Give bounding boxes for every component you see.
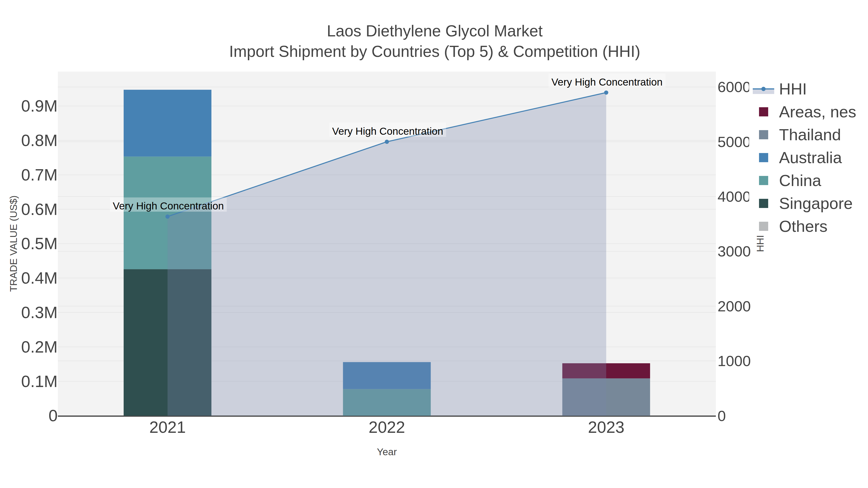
legend-swatch-thailand <box>759 130 768 139</box>
x-tick-2021: 2021 <box>149 418 186 436</box>
y-right-tick-3000: 3000 <box>717 243 751 260</box>
y-right-tick-4000: 4000 <box>717 188 751 205</box>
legend-label-others: Others <box>779 217 828 235</box>
y-axis-title: TRADE VALUE (US$) <box>8 195 19 292</box>
y-right-tick-6000: 6000 <box>717 78 751 95</box>
legend-swatch-china <box>759 176 768 185</box>
x-tick-2023: 2023 <box>588 418 624 436</box>
bar-segment-australia-2021[interactable] <box>124 90 212 156</box>
y2-axis-title: HHI <box>755 235 766 252</box>
x-axis-title: Year <box>377 446 397 457</box>
y-right-tick-0: 0 <box>717 408 726 424</box>
legend-label-singapore: Singapore <box>779 194 852 212</box>
annotation-text-2021: Very High Concentration <box>113 200 224 212</box>
legend-label-australia: Australia <box>779 149 842 166</box>
hhi-marker-2022[interactable] <box>385 140 389 144</box>
y-left-tick-0.6M: 0.6M <box>21 200 58 218</box>
chart-figure: Very High ConcentrationVery High Concent… <box>0 0 868 488</box>
figure-title-line1: Laos Diethylene Glycol Market <box>327 22 542 40</box>
legend-label-china: China <box>779 171 822 189</box>
annotation-text-2023: Very High Concentration <box>551 76 662 88</box>
hhi-marker-2023[interactable] <box>604 90 608 94</box>
legend-hhi-marker-swatch <box>762 87 766 91</box>
y-right-tick-2000: 2000 <box>717 298 751 315</box>
x-tick-2022: 2022 <box>369 418 405 436</box>
legend: HHIAreas, nesThailandAustraliaChinaSinga… <box>749 77 863 235</box>
legend-swatch-singapore <box>759 199 768 208</box>
annotation-text-2022: Very High Concentration <box>332 126 443 137</box>
chart-canvas: Very High ConcentrationVery High Concent… <box>0 0 868 488</box>
y-right-tick-1000: 1000 <box>717 353 751 369</box>
legend-swatch-others <box>759 222 768 231</box>
legend-label-areas-nes: Areas, nes <box>779 103 856 121</box>
y-left-tick-0.9M: 0.9M <box>21 97 58 115</box>
legend-swatch-australia <box>759 153 768 162</box>
y-left-tick-0.8M: 0.8M <box>21 131 58 150</box>
y-left-tick-0.1M: 0.1M <box>21 372 58 390</box>
hhi-marker-2021[interactable] <box>165 215 169 219</box>
y-left-tick-0.4M: 0.4M <box>21 269 58 287</box>
y-right-tick-5000: 5000 <box>717 133 751 150</box>
legend-label-thailand: Thailand <box>779 126 841 143</box>
figure-title-line2: Import Shipment by Countries (Top 5) & C… <box>229 42 641 60</box>
y-left-tick-0.7M: 0.7M <box>21 166 58 184</box>
y-left-tick-0.3M: 0.3M <box>21 303 58 322</box>
y-left-tick-0.5M: 0.5M <box>21 234 58 253</box>
legend-label-hhi: HHI <box>779 80 807 98</box>
y-left-tick-0.2M: 0.2M <box>21 337 58 356</box>
y-left-tick-0: 0 <box>49 406 58 425</box>
legend-swatch-areas-nes <box>759 107 768 117</box>
